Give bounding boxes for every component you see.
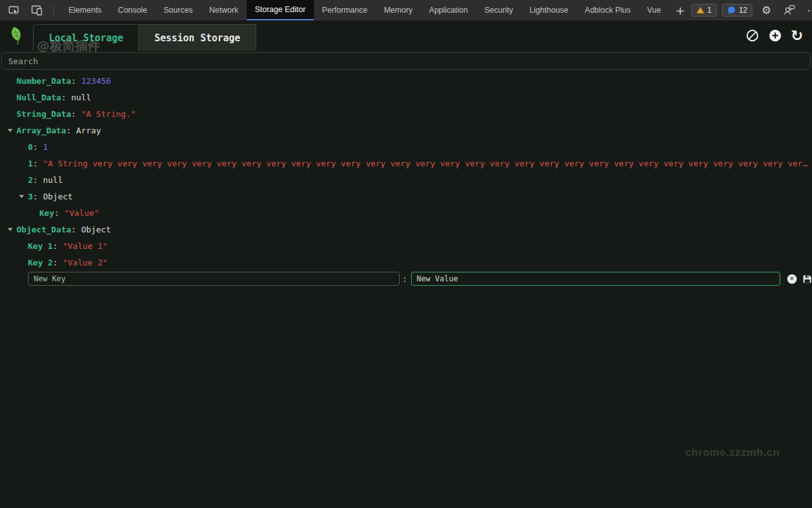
tree-value: "Value 1" [63,241,107,251]
caret-down-icon[interactable] [18,195,28,198]
warning-count: 1 [707,6,712,15]
new-key-input[interactable] [28,272,400,286]
new-entry-editor: : ✕ [0,271,812,287]
tree-colon: : [71,76,76,86]
feedback-icon[interactable] [780,2,798,18]
tree-key: Array_Data [16,126,66,135]
device-toolbar-icon[interactable] [28,2,46,18]
tree-key: Key [39,208,54,218]
caret-down-icon[interactable] [6,228,16,231]
tree-value: "A String." [81,109,136,119]
editor-actions: ✕ [787,274,812,284]
search-input[interactable] [1,52,811,70]
tree-key: 2 [28,175,33,185]
new-value-input[interactable] [411,272,780,286]
tree-row[interactable]: Key 2:"Value 2" [0,254,812,271]
tree-row[interactable]: Key:"Value" [0,204,812,221]
devtools-left-icons [0,0,60,20]
clear-all-icon[interactable] [745,29,759,43]
tree-value: Object [81,225,111,234]
tree-key: Key 2 [28,258,53,267]
tree-colon: : [33,142,38,152]
devtools-tab-lighthouse[interactable]: Lighthouse [521,0,577,20]
tree-row[interactable]: Number_Data:123456 [0,72,812,89]
warning-triangle-icon [697,7,704,13]
caret-down-icon[interactable] [6,129,16,132]
editor-separator: : [400,274,411,284]
tree-key: Object_Data [16,225,71,234]
extension-header: Local StorageSession Storage @极简插件 ↻ [0,21,812,51]
storage-tabs: Local StorageSession Storage [33,24,256,51]
cancel-entry-icon[interactable]: ✕ [787,274,797,284]
tree-colon: : [54,208,59,218]
storage-tab-session-storage[interactable]: Session Storage [138,25,255,51]
devtools-tab-adblock-plus[interactable]: Adblock Plus [577,0,639,20]
tree-value: 1 [43,142,48,152]
issues-bubble-icon [727,6,736,15]
tree-row[interactable]: 0:1 [0,138,812,155]
leaf-logo-icon [6,25,27,46]
watermark-site: chrome.zzzmh.cn [685,446,780,459]
tree-colon: : [33,159,38,168]
settings-gear-icon[interactable]: ⚙ [757,2,775,18]
tree-colon: : [61,93,66,102]
tree-key: 1 [28,159,33,168]
devtools-tab-console[interactable]: Console [110,0,155,20]
save-entry-icon[interactable] [802,274,812,284]
tree-row[interactable]: 3:Object [0,188,812,204]
tree-value: "Value 2" [63,258,107,267]
inspect-element-icon[interactable] [5,2,23,18]
tree-colon: : [53,258,58,267]
extension-actions: ↻ [745,27,803,44]
new-panel-plus-icon[interactable]: + [669,0,691,20]
warnings-badge[interactable]: 1 [691,4,717,17]
devtools-tab-application[interactable]: Application [421,0,476,20]
devtools-tab-performance[interactable]: Performance [314,0,376,20]
tree-value: "A String very very very very very very … [43,159,812,168]
devtools-tab-sources[interactable]: Sources [155,0,201,20]
tree-row[interactable]: Array_Data:Array [0,122,812,138]
tree-value: null [71,93,91,102]
tree-colon: : [53,241,58,251]
tree-colon: : [71,109,76,119]
devtools-tab-memory[interactable]: Memory [376,0,421,20]
tree-key: Key 1 [28,241,53,251]
issues-badge[interactable]: 12 [722,4,752,17]
tree-row[interactable]: 1:"A String very very very very very ver… [0,155,812,171]
tree-value: Object [43,192,73,201]
tree-key: String_Data [16,109,71,119]
search-bar [0,51,812,71]
tree-key: Null_Data [16,93,61,102]
devtools-tab-elements[interactable]: Elements [60,0,110,20]
tree-value: Array [76,126,101,135]
toolbar-divider [53,4,54,16]
devtools-tab-network[interactable]: Network [201,0,247,20]
refresh-icon[interactable]: ↻ [791,27,803,44]
tree-colon: : [33,175,38,185]
tree-key: 3 [28,192,33,201]
tree-value: "Value" [64,208,99,218]
issue-count: 12 [739,6,747,15]
storage-tab-local-storage[interactable]: Local Storage [34,25,138,51]
tree-row[interactable]: Object_Data:Object [0,221,812,237]
storage-tree: Number_Data:123456Null_Data:nullString_D… [0,71,812,271]
tree-colon: : [33,192,38,201]
tree-row[interactable]: Null_Data:null [0,89,812,105]
devtools-tab-security[interactable]: Security [476,0,521,20]
tree-row[interactable]: 2:null [0,171,812,188]
tree-row[interactable]: Key 1:"Value 1" [0,237,812,254]
tree-value: null [43,175,63,185]
tree-key: 0 [28,142,33,152]
tree-row[interactable]: String_Data:"A String." [0,105,812,122]
devtools-right-controls: 1 12 ⚙ ⋯ ✕ [691,0,812,20]
devtools-tabs: ElementsConsoleSourcesNetworkStorage Edi… [60,0,669,20]
add-entry-icon[interactable] [768,29,782,43]
tree-colon: : [71,225,76,234]
devtools-toolbar: ElementsConsoleSourcesNetworkStorage Edi… [0,0,812,21]
tree-key: Number_Data [16,76,71,86]
devtools-tab-storage-editor[interactable]: Storage Editor [247,0,314,20]
devtools-tab-vue[interactable]: Vue [639,0,669,20]
tree-value: 123456 [81,76,111,86]
tree-colon: : [66,126,71,135]
more-options-icon[interactable]: ⋯ [803,2,812,18]
